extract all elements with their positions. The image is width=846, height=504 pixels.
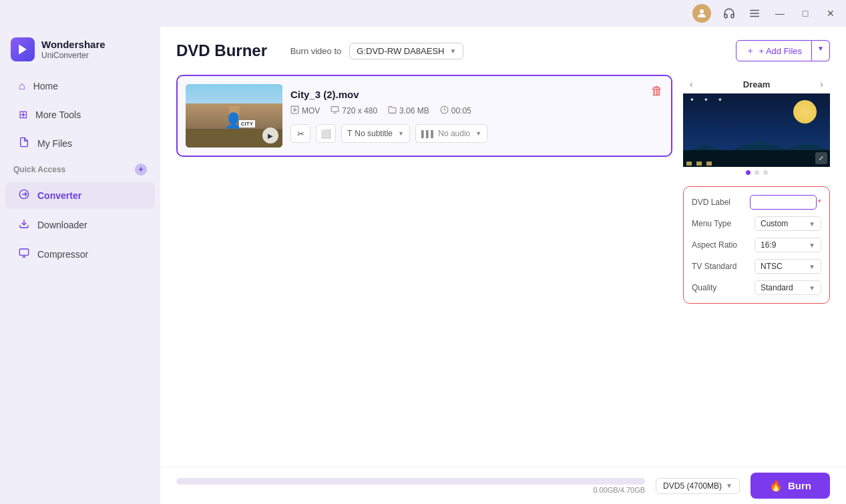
cut-button[interactable]: ✂: [290, 124, 310, 143]
logo-area: Wondershare UniConverter: [0, 32, 160, 72]
sidebar-item-converter[interactable]: Converter: [5, 182, 155, 209]
quick-access-label: Quick Access: [13, 165, 65, 174]
compressor-icon: [19, 248, 29, 261]
tv-standard-row: TV Standard NTSC ▼: [692, 259, 821, 274]
disc-dropdown-arrow: ▼: [726, 482, 732, 489]
theme-dot-3[interactable]: [763, 170, 768, 175]
dream-windows: [686, 162, 712, 166]
size-value: 3.06 MB: [399, 106, 429, 115]
svg-rect-7: [19, 249, 28, 255]
subtitle-select[interactable]: T No subtitle ▼: [341, 124, 410, 143]
progress-bar-bg: [176, 478, 645, 485]
close-button[interactable]: ✕: [823, 6, 838, 21]
resolution-value: 720 x 480: [342, 106, 377, 115]
more-tools-label: More Tools: [35, 109, 81, 120]
main-content: DVD Burner Burn video to G:DVD-RW DA8AES…: [160, 27, 846, 504]
my-files-icon: [19, 137, 29, 150]
page-title: DVD Burner: [176, 41, 267, 60]
quality-label: Quality: [692, 283, 716, 292]
disc-select[interactable]: DVD5 (4700MB) ▼: [656, 478, 740, 494]
sidebar-item-home[interactable]: ⌂ Home: [5, 73, 155, 99]
sidebar-item-downloader[interactable]: Downloader: [5, 212, 155, 238]
drive-value: G:DVD-RW DA8AESH: [357, 46, 444, 56]
settings-panel: DVD Label * Menu Type Custom ▼: [683, 186, 830, 304]
headset-icon[interactable]: [722, 6, 736, 21]
duration-value: 00:05: [451, 106, 471, 115]
aspect-ratio-value: 16:9: [761, 240, 776, 250]
quality-arrow: ▼: [809, 284, 815, 292]
compressor-label: Compressor: [37, 249, 88, 260]
my-files-label: My Files: [37, 138, 72, 149]
app-body: Wondershare UniConverter ⌂ Home ⊞ More T…: [0, 27, 846, 504]
avatar-icon[interactable]: [692, 4, 711, 23]
aspect-ratio-row: Aspect Ratio 16:9 ▼: [692, 238, 821, 252]
file-resolution: 720 x 480: [331, 105, 377, 116]
play-button[interactable]: ▶: [262, 128, 278, 144]
converter-label: Converter: [37, 190, 81, 201]
delete-button[interactable]: 🗑: [651, 84, 663, 98]
svg-rect-12: [331, 107, 339, 112]
dvd-label-label: DVD Label: [692, 198, 730, 207]
menu-type-label: Menu Type: [692, 219, 731, 228]
crop-button[interactable]: ⬜: [316, 124, 336, 143]
theme-dot-1[interactable]: [746, 170, 751, 175]
drive-select[interactable]: G:DVD-RW DA8AESH ▼: [349, 43, 463, 59]
svg-rect-10: [291, 106, 298, 113]
disc-value: DVD5 (4700MB): [663, 481, 722, 491]
sidebar-item-my-files[interactable]: My Files: [5, 130, 155, 157]
add-files-button[interactable]: ＋ + Add Files: [736, 40, 812, 61]
tv-standard-label: TV Standard: [692, 262, 736, 271]
audio-value: No audio: [438, 129, 470, 138]
theme-next-button[interactable]: ›: [820, 79, 823, 89]
menu-icon[interactable]: [747, 6, 762, 21]
dvd-label-row: DVD Label *: [692, 195, 821, 210]
dream-stars: ✦ ✦ ✦: [690, 97, 726, 103]
tv-standard-select[interactable]: NTSC ▼: [755, 259, 821, 274]
converter-icon: [19, 189, 29, 202]
brand-label: Wondershare: [41, 39, 105, 50]
burn-button[interactable]: 🔥 Burn: [751, 473, 830, 499]
content-area: 👤 CITY ▶ City_3 (2).mov: [160, 69, 846, 467]
quality-value: Standard: [761, 283, 793, 292]
quick-access-header: Quick Access +: [0, 158, 160, 181]
expand-button[interactable]: ⤢: [815, 152, 827, 164]
duration-icon: [440, 105, 449, 116]
minimize-button[interactable]: —: [773, 6, 787, 21]
burn-video-label: Burn video to: [290, 46, 342, 56]
theme-nav: ‹ Dream ›: [683, 75, 830, 93]
add-files-dropdown-button[interactable]: ▼: [812, 40, 830, 61]
quality-select[interactable]: Standard ▼: [755, 280, 821, 295]
theme-dot-2[interactable]: [755, 170, 759, 175]
theme-name: Dream: [743, 79, 770, 89]
burn-label: Burn: [788, 480, 811, 491]
sidebar-item-compressor[interactable]: Compressor: [5, 241, 155, 268]
home-label: Home: [33, 81, 58, 91]
bottom-bar: 0.00GB/4.70GB DVD5 (4700MB) ▼ 🔥 Burn: [160, 467, 846, 504]
dream-moon: [793, 100, 817, 123]
sidebar-item-more-tools[interactable]: ⊞ More Tools: [5, 101, 155, 128]
menu-type-value: Custom: [761, 219, 788, 228]
svg-marker-4: [19, 45, 27, 55]
aspect-ratio-select[interactable]: 16:9 ▼: [755, 238, 821, 252]
audio-select[interactable]: ▌▌▌ No audio ▼: [415, 124, 487, 143]
quick-access-add-button[interactable]: +: [135, 164, 147, 176]
quality-row: Quality Standard ▼: [692, 280, 821, 295]
subtitle-dropdown-arrow: ▼: [398, 130, 404, 137]
dvd-label-input[interactable]: [750, 195, 817, 210]
app-logo: [11, 37, 35, 61]
menu-type-row: Menu Type Custom ▼: [692, 216, 821, 231]
menu-type-select[interactable]: Custom ▼: [755, 216, 821, 231]
titlebar: — □ ✕: [0, 0, 846, 27]
maximize-button[interactable]: □: [798, 6, 813, 21]
file-meta: MOV 720 x 480: [290, 105, 643, 116]
menu-type-arrow: ▼: [809, 220, 815, 228]
drive-dropdown-arrow: ▼: [450, 47, 457, 55]
svg-point-0: [700, 9, 704, 13]
file-list-area: 👤 CITY ▶ City_3 (2).mov: [176, 75, 672, 461]
progress-section: 0.00GB/4.70GB: [176, 478, 645, 494]
tv-standard-arrow: ▼: [809, 263, 815, 270]
dvd-label-required: *: [818, 197, 821, 208]
format-icon: [290, 105, 299, 116]
subtitle-icon: T: [347, 129, 352, 138]
theme-prev-button[interactable]: ‹: [690, 79, 693, 89]
